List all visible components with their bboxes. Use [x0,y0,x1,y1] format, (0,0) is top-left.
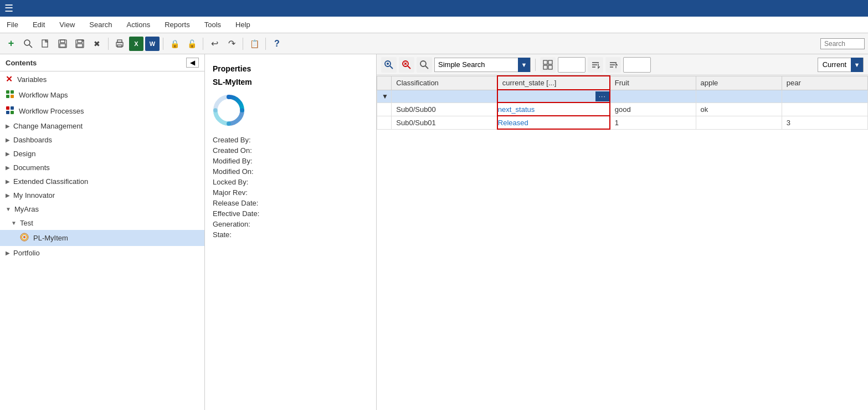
sidebar-collapse-button[interactable]: ◀ [186,58,199,68]
add-button[interactable]: + [3,36,19,52]
run-search-button[interactable] [417,57,432,73]
svg-rect-37 [543,65,547,69]
col-header-pear[interactable]: pear [782,76,867,90]
sidebar-item-label: Change Management [13,122,83,130]
print-button[interactable] [112,36,127,52]
prop-label: Effective Date: [213,209,268,218]
unlock-button[interactable]: 🔓 [184,36,199,52]
next-status-link[interactable]: next_status [498,105,535,114]
view-dropdown-button[interactable]: ▼ [851,58,863,72]
current-state-cell[interactable]: ··· [497,90,610,102]
current-state-cell[interactable]: next_status [497,102,610,116]
hamburger-icon[interactable]: ☰ [4,2,13,14]
grid-view-button[interactable] [540,57,556,73]
search-dropdown-button[interactable]: ▼ [518,58,530,72]
undo-button[interactable]: ↩ [207,36,222,52]
expand-arrow-icon: ▶ [6,178,10,184]
table-row[interactable]: Sub0/Sub01 Released 1 3 [377,116,868,129]
table-row[interactable]: Sub0/Sub00 next_status good ok [377,102,868,116]
expand-arrow-icon: ▶ [6,192,10,198]
delete-button[interactable]: ✖ [89,36,105,52]
lock-button[interactable]: 🔒 [167,36,182,52]
toolbar-separator-3 [203,38,203,50]
table-row[interactable]: ▼ ··· [377,90,868,102]
sort-asc-button[interactable] [588,57,603,73]
search-mode-button[interactable] [381,57,397,73]
menu-help[interactable]: Help [233,18,253,31]
item-title: SL-MyItem [213,78,368,86]
menu-reports[interactable]: Reports [162,18,192,31]
new-button[interactable] [38,36,53,52]
prop-created-by: Created By: [213,136,368,144]
pl-myitem-icon [20,233,29,243]
released-link[interactable]: Released [498,119,528,127]
expand-arrow-icon: ▼ [6,206,11,212]
workflow-maps-icon [6,90,14,100]
grid-container[interactable]: Classification current_state [...] Fruit… [377,75,868,410]
sidebar-item-my-innovator[interactable]: ▶ My Innovator [0,188,204,202]
search-text-input[interactable] [435,60,518,69]
row-indicator-cell: ▼ [377,90,392,102]
sidebar-item-design[interactable]: ▶ Design [0,147,204,161]
current-state-cell[interactable]: Released [497,116,610,129]
menu-view[interactable]: View [57,18,77,31]
sidebar-item-extended-classification[interactable]: ▶ Extended Classification [0,175,204,188]
menu-actions[interactable]: Actions [125,18,153,31]
menu-edit[interactable]: Edit [30,18,47,31]
svg-rect-19 [11,106,14,110]
ellipsis-button[interactable]: ··· [595,91,609,101]
save-as-button[interactable]: + [72,36,88,52]
grid-toolbar: ▼ [377,54,868,75]
search-input-container: ▼ [434,58,531,72]
col-header-current-state[interactable]: current_state [...] [497,76,610,90]
sidebar-item-label: Workflow Processes [19,107,84,115]
prop-generation: Generation: [213,220,368,228]
export-excel-button[interactable]: X [129,37,143,51]
col-header-fruit[interactable]: Fruit [610,76,696,90]
fruit-cell: good [610,102,696,116]
save-button[interactable] [55,36,70,52]
menu-search[interactable]: Search [87,18,114,31]
svg-rect-21 [11,111,14,114]
prop-created-on: Created On: [213,146,368,155]
sidebar-item-portfolio[interactable]: ▶ Portfolio [0,246,204,260]
view-label: Current [818,60,851,69]
sidebar-item-pl-myitem[interactable]: PL-MyItem [0,230,204,246]
sidebar-item-workflow-maps[interactable]: Workflow Maps [0,87,204,103]
svg-point-0 [24,40,30,45]
redo-button[interactable]: ↷ [224,36,239,52]
svg-rect-16 [6,95,9,98]
sidebar-item-label: Design [13,150,35,158]
prop-label: Generation: [213,220,268,228]
col-header-apple[interactable]: apple [696,76,782,90]
help-button[interactable]: ? [269,36,285,52]
col-header-classification[interactable]: Classification [392,76,497,90]
classification-cell: Sub0/Sub01 [392,116,497,129]
copy-button[interactable]: 📋 [246,36,262,52]
global-search-input[interactable] [820,38,865,49]
export-word-button[interactable]: W [145,37,160,51]
sidebar-item-workflow-processes[interactable]: Workflow Processes [0,103,204,119]
prop-label: Modified By: [213,157,268,165]
sidebar-item-dashboards[interactable]: ▶ Dashboards [0,133,204,147]
empty-filter-box[interactable] [558,57,585,73]
sort-desc-button[interactable] [605,57,621,73]
classification-cell: Sub0/Sub00 [392,102,497,116]
expand-arrow-icon: ▶ [6,250,10,256]
sidebar-item-variables[interactable]: ✕ Variables [0,71,204,87]
prop-locked-by: Locked By: [213,178,368,186]
empty-filter-box-2[interactable] [623,57,651,73]
sidebar-item-myaras[interactable]: ▼ MyAras [0,202,204,216]
sidebar-item-change-management[interactable]: ▶ Change Management [0,119,204,133]
menu-file[interactable]: File [4,18,20,31]
svg-rect-17 [11,95,14,98]
pear-cell: 3 [782,116,867,129]
sidebar-item-test[interactable]: ▼ Test [0,216,204,230]
clear-search-button[interactable] [399,57,414,73]
sidebar-header: Contents ◀ [0,54,204,71]
svg-line-30 [408,66,410,69]
search-button-tool[interactable] [20,36,36,52]
menu-tools[interactable]: Tools [202,18,223,31]
svg-rect-38 [548,65,552,69]
sidebar-item-documents[interactable]: ▶ Documents [0,161,204,175]
